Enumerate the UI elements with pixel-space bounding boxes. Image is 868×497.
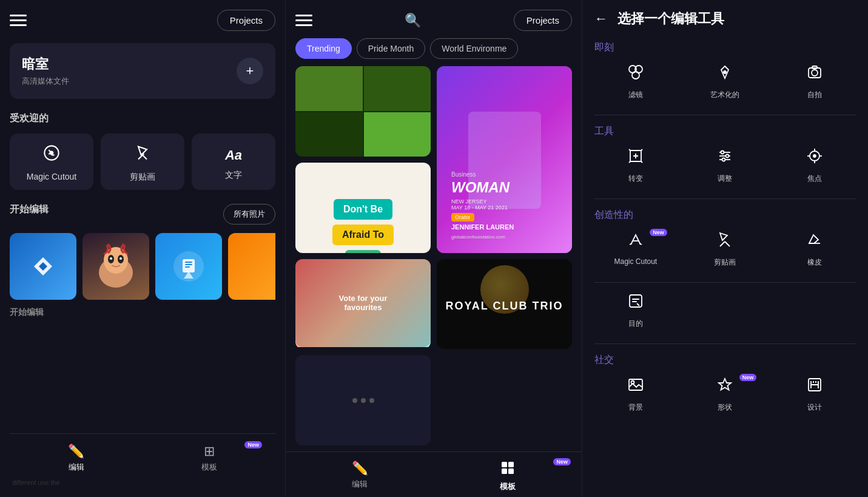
magic-cutout-icon xyxy=(43,144,60,166)
collage-right-icon xyxy=(716,231,733,252)
popular-label: 受欢迎的 xyxy=(10,112,275,125)
tools-purpose-grid: 目的 xyxy=(594,292,856,329)
transform-icon xyxy=(627,147,644,169)
back-button[interactable]: ← xyxy=(594,11,608,27)
edit-icon: ✏️ xyxy=(68,444,84,459)
mid-nav-edit-label: 编辑 xyxy=(352,479,368,490)
template-new-badge: New xyxy=(244,441,262,448)
darkroom-subtitle: 高清媒体文件 xyxy=(22,76,69,87)
tool-eraser[interactable]: 橡皮 xyxy=(773,231,856,268)
tpl-name: JENNIFER LAUREN xyxy=(451,223,557,231)
left-nav-edit-label: 编辑 xyxy=(69,462,84,473)
svg-point-45 xyxy=(631,381,634,384)
adjust-icon xyxy=(716,147,733,169)
tool-transform[interactable]: 转变 xyxy=(594,147,677,184)
mid-projects-button[interactable]: Projects xyxy=(514,10,572,31)
mid-nav-template[interactable]: New 模板 xyxy=(434,458,582,495)
left-panel: Projects 暗室 高清媒体文件 + 受欢迎的 Magic Cutout xyxy=(0,0,285,497)
template-green[interactable] xyxy=(295,66,431,157)
eraser-icon xyxy=(806,231,823,252)
tool-text[interactable]: Aa 文字 xyxy=(192,134,275,190)
filter-label: 滤镜 xyxy=(628,90,643,100)
photo-thumb-2[interactable] xyxy=(82,233,149,300)
darkroom-card: 暗室 高清媒体文件 + xyxy=(10,43,275,99)
left-projects-button[interactable]: Projects xyxy=(217,10,275,31)
mid-nav-template-label: 模板 xyxy=(500,481,516,492)
photo-thumb-1[interactable] xyxy=(10,233,76,300)
left-nav-template[interactable]: New ⊞ 模板 xyxy=(143,440,275,476)
eraser-label: 橡皮 xyxy=(807,257,822,268)
tool-collage-right[interactable]: 剪贴画 xyxy=(684,231,767,268)
template-placeholder xyxy=(295,355,431,445)
svg-point-38 xyxy=(813,155,816,157)
background-icon xyxy=(627,376,644,397)
tool-magic-cutout-right[interactable]: New Magic Cutout xyxy=(594,231,677,268)
start-edit-header: 开始编辑 所有照片 xyxy=(10,203,275,225)
purpose-icon xyxy=(627,292,644,314)
tpl-badge: Orator xyxy=(451,213,474,221)
tool-design[interactable]: 设计 xyxy=(773,376,856,413)
tpl-business-label: Business xyxy=(451,171,557,178)
tool-collage[interactable]: 剪贴画 xyxy=(101,134,184,190)
photo-thumb-4[interactable] xyxy=(228,233,275,300)
hamburger-icon[interactable] xyxy=(10,15,27,26)
tool-background[interactable]: 背景 xyxy=(594,376,677,413)
design-label: 设计 xyxy=(807,402,822,413)
middle-panel: 🔍 Projects Trending Pride Month World En… xyxy=(285,0,582,497)
focus-icon xyxy=(806,147,823,169)
svg-rect-10 xyxy=(183,259,195,272)
focus-label: 焦点 xyxy=(807,174,822,184)
svg-point-21 xyxy=(632,72,639,79)
mid-hamburger-icon[interactable] xyxy=(295,15,312,26)
mid-template-new-badge: New xyxy=(553,458,571,465)
svg-point-24 xyxy=(812,70,818,76)
artistic-icon xyxy=(716,64,733,85)
collage-icon xyxy=(134,144,151,166)
shape-icon xyxy=(716,376,733,397)
selfie-label: 自拍 xyxy=(807,90,822,100)
template-vote[interactable]: Vote for yourfavourites xyxy=(295,259,431,350)
add-button[interactable]: + xyxy=(237,58,263,84)
mid-header: 🔍 Projects xyxy=(286,0,582,38)
tools-social-grid: 背景 New 形状 设计 xyxy=(594,376,856,413)
left-nav-template-label: 模板 xyxy=(201,462,217,473)
tab-world[interactable]: World Environme xyxy=(430,38,518,59)
tpl-web: globalconfoundation.com xyxy=(451,234,557,240)
template-motivational[interactable]: Don't Be Afraid To Fail Be Afraid OfNot … xyxy=(295,163,431,253)
mid-nav-edit[interactable]: ✏️ 编辑 xyxy=(286,458,434,495)
svg-rect-42 xyxy=(632,299,639,300)
template-woman[interactable]: Business WOMAN NEW JERSEYMAY 18 - MAY 21… xyxy=(437,66,572,253)
template-icon: ⊞ xyxy=(204,444,215,459)
tool-collage-label: 剪贴画 xyxy=(130,172,155,183)
svg-rect-17 xyxy=(502,468,507,474)
tool-shape[interactable]: New 形状 xyxy=(684,376,767,413)
filter-icon xyxy=(627,64,644,85)
tool-purpose[interactable]: 目的 xyxy=(594,292,677,329)
svg-point-32 xyxy=(722,158,725,161)
svg-point-22 xyxy=(723,70,727,74)
right-title: 选择一个编辑工具 xyxy=(617,10,724,28)
mid-bottom-nav: ✏️ 编辑 New 模板 xyxy=(286,451,582,497)
tool-artistic[interactable]: 艺术化的 xyxy=(684,64,767,100)
tab-pride[interactable]: Pride Month xyxy=(357,38,425,59)
tool-magic-cutout[interactable]: Magic Cutout xyxy=(10,134,93,190)
tab-trending[interactable]: Trending xyxy=(295,38,352,59)
left-bottom-nav: ✏️ 编辑 New ⊞ 模板 xyxy=(10,433,275,476)
left-nav-edit[interactable]: ✏️ 编辑 xyxy=(10,440,143,476)
left-header: Projects xyxy=(10,10,275,31)
all-photos-button[interactable]: 所有照片 xyxy=(223,204,275,225)
magic-cutout-new-badge: New xyxy=(650,229,667,236)
svg-rect-43 xyxy=(632,301,637,302)
mid-edit-icon: ✏️ xyxy=(352,461,368,476)
start-edit-label: 开始编辑 xyxy=(10,203,49,216)
background-label: 背景 xyxy=(628,402,643,413)
tool-filter[interactable]: 滤镜 xyxy=(594,64,677,100)
tool-adjust[interactable]: 调整 xyxy=(684,147,767,184)
royal-club-text: ROYAL CLUB TRIO xyxy=(445,300,563,313)
svg-rect-18 xyxy=(508,468,514,474)
tool-selfie[interactable]: 自拍 xyxy=(773,64,856,100)
template-royal[interactable]: ROYAL CLUB TRIO xyxy=(437,259,572,350)
tool-focus[interactable]: 焦点 xyxy=(773,147,856,184)
photo-thumb-3[interactable] xyxy=(155,233,222,300)
search-button[interactable]: 🔍 xyxy=(405,13,421,29)
